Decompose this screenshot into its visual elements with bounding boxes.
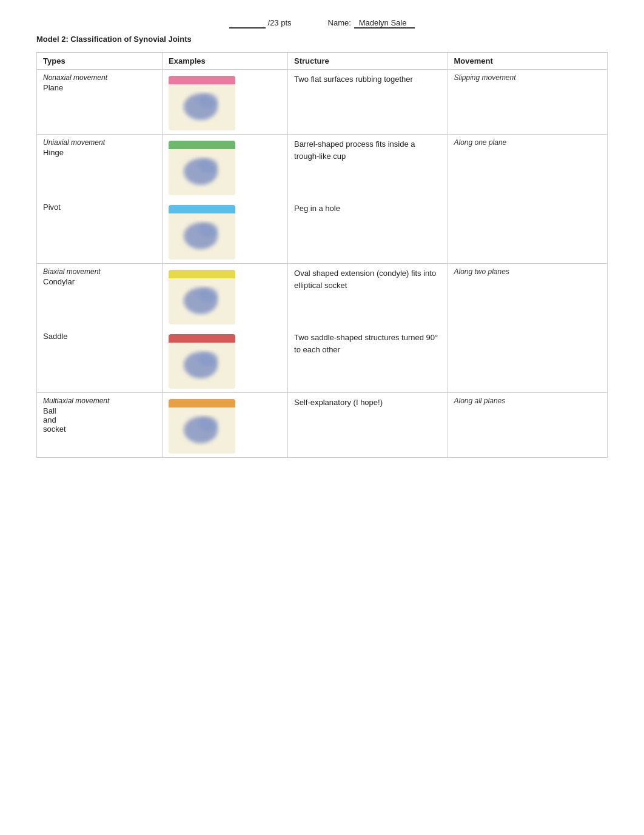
- bone-svg: [178, 84, 226, 123]
- group-row: Biaxial movement Condylar Oval shaped ex…: [37, 264, 608, 329]
- type-name: Hinge: [43, 148, 156, 157]
- joint-image-1: [169, 141, 235, 195]
- type-name-4: Saddle: [43, 332, 156, 341]
- type-cell-2: Pivot: [37, 199, 163, 264]
- type-name: Plane: [43, 83, 156, 92]
- type-name: Condylar: [43, 277, 156, 286]
- examples-cell-4: [163, 328, 288, 393]
- group-label: Multiaxial movement: [43, 397, 156, 405]
- joint-image-4: [169, 334, 235, 389]
- svg-point-1: [198, 93, 218, 108]
- svg-point-7: [198, 287, 218, 302]
- structure-cell-0: Two flat surfaces rubbing together: [288, 70, 448, 135]
- group-row: Multiaxial movement Ballandsocket Self-e…: [37, 393, 608, 458]
- movement-label-0: Slipping movement: [454, 73, 602, 82]
- examples-cell-3: [163, 264, 288, 329]
- movement-label-3: Along two planes: [454, 267, 602, 276]
- col-header-types: Types: [37, 53, 163, 70]
- bone-svg: [178, 278, 226, 317]
- group-label: Uniaxial movement: [43, 138, 156, 147]
- type-name-2: Pivot: [43, 203, 156, 212]
- name-value: Madelyn Sale: [354, 18, 415, 29]
- svg-point-11: [198, 417, 218, 431]
- movement-cell-3: Along two planes: [448, 264, 608, 329]
- name-label: Name:: [328, 18, 351, 27]
- examples-cell-0: [163, 70, 288, 135]
- group-label-cell: Nonaxial movement Plane: [37, 70, 163, 135]
- col-header-structure: Structure: [288, 53, 448, 70]
- structure-cell-3: Oval shaped extension (condyle) fits int…: [288, 264, 448, 329]
- group-row: Nonaxial movement Plane Two flat surface…: [37, 70, 608, 135]
- movement-cell-2: [448, 199, 608, 264]
- structure-cell-5: Self-explanatory (I hope!): [288, 393, 448, 458]
- col-header-examples: Examples: [163, 53, 288, 70]
- name-section: Name: Madelyn Sale: [328, 18, 415, 29]
- joint-image-5: [169, 399, 235, 454]
- structure-text-2: Peg in a hole: [294, 203, 441, 215]
- structure-text-5: Self-explanatory (I hope!): [294, 397, 441, 409]
- group-label: Nonaxial movement: [43, 73, 156, 82]
- structure-text-0: Two flat surfaces rubbing together: [294, 73, 441, 86]
- structure-text-3: Oval shaped extension (condyle) fits int…: [294, 267, 441, 291]
- svg-point-3: [198, 158, 218, 173]
- movement-cell-0: Slipping movement: [448, 70, 608, 135]
- bone-svg: [178, 407, 226, 446]
- bone-svg: [178, 342, 226, 381]
- structure-cell-1: Barrel-shaped process fits inside a trou…: [288, 135, 448, 200]
- movement-cell-5: Along all planes: [448, 393, 608, 458]
- examples-cell-5: [163, 393, 288, 458]
- pts-section: /23 pts: [229, 18, 292, 29]
- table-header-row: Types Examples Structure Movement: [37, 53, 608, 70]
- table-row: Saddle Two saddle-shaped structures turn…: [37, 328, 608, 393]
- group-label: Biaxial movement: [43, 267, 156, 276]
- svg-point-9: [198, 352, 218, 366]
- type-cell-4: Saddle: [37, 328, 163, 393]
- joint-image-0: [169, 76, 235, 130]
- col-header-movement: Movement: [448, 53, 608, 70]
- synovial-joints-table: Types Examples Structure Movement Nonaxi…: [36, 52, 608, 458]
- header: /23 pts Name: Madelyn Sale: [36, 18, 608, 29]
- svg-point-5: [198, 223, 218, 237]
- group-label-cell: Biaxial movement Condylar: [37, 264, 163, 329]
- movement-label-1: Along one plane: [454, 138, 602, 147]
- movement-cell-4: [448, 328, 608, 393]
- movement-label-5: Along all planes: [454, 397, 602, 405]
- movement-cell-1: Along one plane: [448, 135, 608, 200]
- structure-text-4: Two saddle-shaped structures turned 90° …: [294, 332, 441, 355]
- table-row: Pivot Peg in a hole: [37, 199, 608, 264]
- examples-cell-2: [163, 199, 288, 264]
- joint-image-3: [169, 270, 235, 324]
- bone-svg: [178, 149, 226, 188]
- group-label-cell: Uniaxial movement Hinge: [37, 135, 163, 200]
- examples-cell-1: [163, 135, 288, 200]
- joint-image-2: [169, 205, 235, 260]
- structure-text-1: Barrel-shaped process fits inside a trou…: [294, 138, 441, 162]
- model-title: Model 2: Classification of Synovial Join…: [36, 35, 608, 44]
- pts-blank: [229, 18, 266, 29]
- type-name: Ballandsocket: [43, 406, 156, 434]
- structure-cell-2: Peg in a hole: [288, 199, 448, 264]
- group-label-cell: Multiaxial movement Ballandsocket: [37, 393, 163, 458]
- structure-cell-4: Two saddle-shaped structures turned 90° …: [288, 328, 448, 393]
- pts-label: /23 pts: [268, 18, 292, 27]
- group-row: Uniaxial movement Hinge Barrel-shaped pr…: [37, 135, 608, 200]
- bone-svg: [178, 213, 226, 252]
